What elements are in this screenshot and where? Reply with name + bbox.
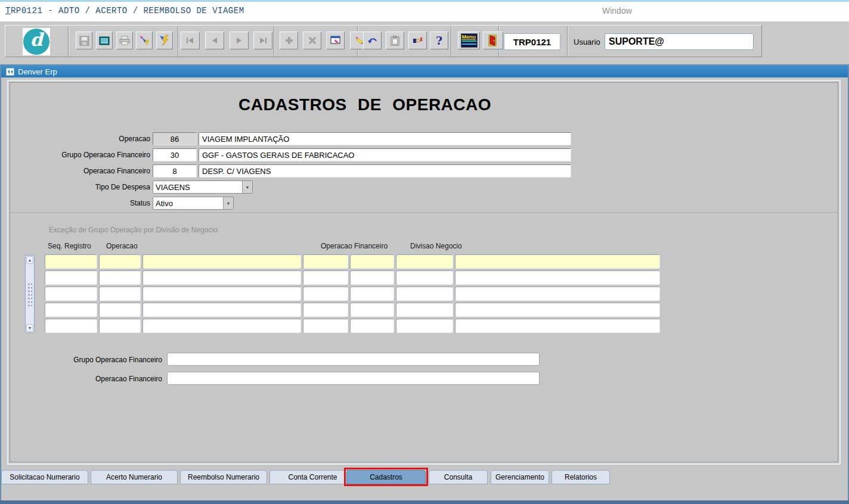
tab-conta-corrente[interactable]: Conta Corrente: [269, 470, 356, 484]
toolbar-separator: [567, 26, 568, 56]
print-icon: [119, 36, 130, 45]
user-input[interactable]: SUPORTE@: [605, 33, 754, 50]
grid-cell[interactable]: [45, 303, 97, 317]
tipo-de-despesa-value: VIAGENS: [153, 181, 242, 193]
grid-row-4: [45, 303, 665, 317]
grid-cell[interactable]: [99, 254, 141, 269]
save-button[interactable]: [76, 32, 92, 49]
grid-cell[interactable]: [142, 287, 301, 301]
nav-next-button[interactable]: [230, 32, 249, 49]
cancel-query-button[interactable]: [408, 32, 427, 49]
grid-cell[interactable]: [45, 287, 97, 301]
chevron-down-icon[interactable]: ▼: [242, 181, 252, 193]
operacao-code-field[interactable]: 86: [153, 132, 197, 145]
field-label-operacao: Operacao: [19, 135, 150, 143]
tab-reembolso-numerario[interactable]: Reembolso Numerario: [180, 470, 267, 484]
operacao-financeiro-code-field[interactable]: 8: [153, 164, 197, 178]
delete-record-button[interactable]: [303, 32, 321, 49]
grid-row-2: [45, 270, 665, 285]
tab-gerenciamento[interactable]: Gerenciamento: [491, 470, 549, 484]
grid-cell[interactable]: [455, 287, 660, 301]
exit-button[interactable]: [483, 32, 503, 49]
grid-cell[interactable]: [99, 270, 141, 285]
tab-consulta[interactable]: Consulta: [429, 470, 488, 484]
edit-window-button[interactable]: [326, 32, 345, 49]
pointing-hand-icon: [413, 36, 423, 45]
nav-last-button[interactable]: [253, 32, 272, 49]
grid-cell[interactable]: [142, 270, 301, 285]
field-label-tipo-de-despesa: Tipo De Despesa: [19, 183, 150, 191]
undo-icon: [367, 36, 378, 45]
grid-cell[interactable]: [303, 287, 348, 301]
grid-cell[interactable]: [455, 270, 660, 285]
tab-solicitacao-numerario[interactable]: Solicitacao Numerario: [1, 470, 88, 484]
help-brush-button[interactable]: ?: [136, 32, 153, 49]
grupo-operacao-financeiro-code-field[interactable]: 30: [153, 148, 197, 161]
grid-cell[interactable]: [396, 270, 453, 285]
grid-cell[interactable]: [396, 303, 453, 317]
field-label-grupo-operacao-financeiro: Grupo Operacao Financeiro: [19, 151, 150, 159]
grid-cell[interactable]: [45, 319, 97, 333]
grid-cell[interactable]: [455, 254, 660, 269]
insert-record-button[interactable]: [280, 32, 298, 49]
nav-prev-button[interactable]: [205, 32, 224, 49]
grid-scrollbar[interactable]: ▲ ▼: [25, 255, 35, 333]
menu-button[interactable]: Menu: [458, 32, 480, 49]
grid-cell[interactable]: [303, 270, 348, 285]
field-label-grupo-operacao-financeiro-lower: Grupo Operacao Financeiro: [31, 356, 162, 364]
grid-cell[interactable]: [142, 254, 301, 269]
grupo-operacao-financeiro-desc-field[interactable]: GGF - GASTOS GERAIS DE FABRICACAO: [199, 148, 571, 161]
mdi-titlebar[interactable]: Denver Erp: [1, 66, 848, 77]
tab-relatorios[interactable]: Relatorios: [551, 470, 610, 484]
clipboard-icon: [391, 36, 399, 46]
grid-cell[interactable]: [350, 303, 394, 317]
grupo-operacao-financeiro-lower-field[interactable]: [167, 353, 540, 366]
grid-cell[interactable]: [303, 254, 348, 269]
undo-button[interactable]: [363, 32, 382, 49]
operacao-financeiro-desc-field[interactable]: DESP. C/ VIAGENS: [199, 164, 571, 178]
grid-cell[interactable]: [455, 319, 660, 333]
nav-first-button[interactable]: [181, 32, 200, 49]
grid-cell[interactable]: [350, 319, 394, 333]
grid-cell[interactable]: [350, 254, 394, 269]
operacao-desc-field[interactable]: VIAGEM IMPLANTAÇÃO: [199, 132, 571, 145]
display-screen-button[interactable]: [96, 32, 113, 49]
clipboard-button[interactable]: [386, 32, 404, 49]
tab-acerto-numerario[interactable]: Acerto Numerario: [91, 470, 178, 484]
operacao-financeiro-lower-field[interactable]: [167, 372, 540, 385]
scroll-down-icon[interactable]: ▼: [26, 324, 33, 332]
grid-cell[interactable]: [396, 254, 453, 269]
nav-first-icon: [186, 37, 194, 44]
tipo-de-despesa-dropdown[interactable]: VIAGENS ▼: [153, 181, 253, 194]
scroll-up-icon[interactable]: ▲: [26, 256, 33, 264]
grid-cell[interactable]: [142, 303, 301, 317]
grid-cell[interactable]: [455, 303, 660, 317]
grid-cell[interactable]: [396, 319, 453, 333]
grid-cell[interactable]: [142, 319, 301, 333]
menu-item-window[interactable]: Window: [602, 6, 632, 15]
grid-cell[interactable]: [99, 287, 141, 301]
grid-cell[interactable]: [99, 303, 141, 317]
mdi-window-title: Denver Erp: [18, 67, 57, 76]
grid-cell[interactable]: [350, 270, 394, 285]
grid-cell[interactable]: [45, 254, 97, 269]
status-dropdown[interactable]: Ativo ▼: [153, 197, 234, 210]
save-icon: [79, 36, 89, 46]
execute-lightning-button[interactable]: [156, 32, 173, 49]
grid-cell[interactable]: [45, 270, 97, 285]
tab-cadastros[interactable]: Cadastros: [346, 470, 426, 484]
grid-cell[interactable]: [303, 303, 348, 317]
help-button[interactable]: ?: [430, 32, 448, 49]
grid-cell[interactable]: [99, 319, 141, 333]
section-divider: [10, 213, 838, 214]
print-button[interactable]: [116, 32, 133, 49]
scrollbar-thumb[interactable]: [27, 282, 32, 306]
mdi-window-icon: [6, 68, 14, 76]
grid-cell[interactable]: [303, 319, 348, 333]
window-title-rest: RP0121 - ADTO / ACERTO / REEMBOLSO DE VI…: [11, 6, 244, 15]
column-header-operacao: Operacao: [106, 242, 138, 250]
grid-cell[interactable]: [396, 287, 453, 301]
grid-cell[interactable]: [350, 287, 394, 301]
bottom-status-strip: [0, 500, 849, 504]
chevron-down-icon[interactable]: ▼: [223, 197, 233, 209]
